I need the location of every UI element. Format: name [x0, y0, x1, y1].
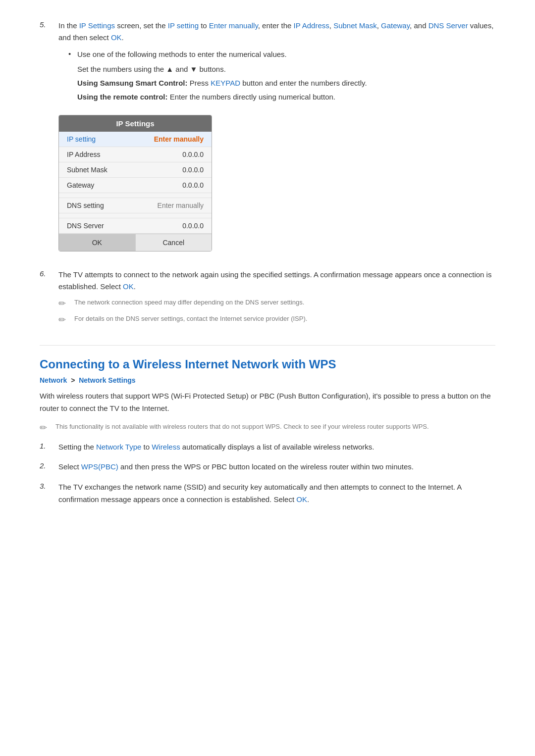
step5-text1: In the	[58, 21, 79, 30]
step5-text5: ,	[329, 21, 333, 30]
ip-settings-dialog: IP Settings IP setting Enter manually IP…	[58, 115, 212, 252]
dialog-buttons: OK Cancel	[59, 234, 212, 251]
step5-gateway-link[interactable]: Gateway	[381, 21, 410, 30]
wps-section-heading: Connecting to a Wireless Internet Networ…	[40, 357, 495, 371]
step5-indent2: Using Samsung Smart Control: Press KEYPA…	[77, 77, 495, 89]
step5-bullet-item: • Use one of the following methods to en…	[68, 49, 495, 60]
step5-ip-settings-link[interactable]: IP Settings	[79, 21, 115, 30]
dialog-row-ip-setting[interactable]: IP setting Enter manually	[59, 132, 212, 147]
breadcrumb-arrow: >	[71, 376, 75, 384]
dialog-row-dns-server-value: 0.0.0.0	[182, 222, 204, 230]
wps-note-text: This functionality is not available with…	[55, 422, 429, 432]
dialog-title: IP Settings	[59, 115, 212, 132]
wps-step1-text3: automatically displays a list of availab…	[180, 443, 374, 451]
note-1-text: The network connection speed may differ …	[74, 298, 304, 307]
wps-step-1-num: 1.	[40, 441, 58, 454]
dialog-row-gateway[interactable]: Gateway 0.0.0.0	[59, 178, 212, 193]
dialog-row-gateway-label: Gateway	[67, 181, 94, 189]
step5-text6: ,	[377, 21, 381, 30]
wps-body-paragraph: With wireless routers that support WPS (…	[40, 390, 495, 415]
step-6-num: 6.	[40, 269, 58, 278]
dialog-ok-button[interactable]: OK	[59, 234, 136, 251]
pencil-icon-1: ✏	[58, 298, 69, 309]
step5-indent2-end: button and enter the numbers directly.	[240, 79, 367, 87]
step5-text2: screen, set the	[115, 21, 168, 30]
step5-subnet-mask-link[interactable]: Subnet Mask	[333, 21, 377, 30]
step-6-content: The TV attempts to connect to the networ…	[58, 269, 495, 330]
dialog-body: IP setting Enter manually IP Address 0.0…	[59, 132, 212, 251]
wps-step-2: 2. Select WPS(PBC) and then press the WP…	[40, 461, 495, 473]
wps-step1-text2: to	[141, 443, 152, 451]
breadcrumb: Network > Network Settings	[40, 376, 495, 384]
wps-step1-wireless-link[interactable]: Wireless	[152, 443, 180, 451]
wps-step-1: 1. Setting the Network Type to Wireless …	[40, 441, 495, 454]
wps-note: ✏ This functionality is not available wi…	[40, 422, 495, 433]
wps-step-3: 3. The TV exchanges the network name (SS…	[40, 481, 495, 506]
dialog-row-gateway-value: 0.0.0.0	[182, 181, 204, 189]
step5-enter-manually-link[interactable]: Enter manually	[209, 21, 258, 30]
dialog-row-subnet-mask-value: 0.0.0.0	[182, 166, 204, 174]
step5-dns-server-link[interactable]: DNS Server	[428, 21, 468, 30]
wps-step-3-num: 3.	[40, 481, 58, 506]
step5-indent-block: Set the numbers using the ▲ and ▼ button…	[77, 63, 495, 103]
wps-step-3-content: The TV exchanges the network name (SSID)…	[58, 481, 495, 506]
dialog-cancel-button[interactable]: Cancel	[136, 234, 212, 251]
wps-step3-text2: .	[307, 495, 309, 504]
step-5-block: 5. In the IP Settings screen, set the IP…	[40, 20, 495, 260]
step5-text9: .	[122, 33, 124, 42]
step-5-num: 5.	[40, 20, 58, 29]
wps-step3-text1: The TV exchanges the network name (SSID)…	[58, 483, 462, 504]
step5-ok-link[interactable]: OK	[111, 33, 122, 42]
wps-step-2-content: Select WPS(PBC) and then press the WPS o…	[58, 461, 495, 473]
note-1: ✏ The network connection speed may diffe…	[58, 298, 495, 309]
dialog-row-dns-setting[interactable]: DNS setting Enter manually	[59, 198, 212, 213]
dialog-row-ip-address-value: 0.0.0.0	[182, 151, 204, 158]
breadcrumb-part1[interactable]: Network	[40, 376, 67, 384]
step-5-text: In the IP Settings screen, set the IP se…	[58, 20, 495, 44]
step6-ok-link[interactable]: OK	[123, 282, 134, 291]
dialog-row-dns-setting-value: Enter manually	[158, 202, 204, 209]
dialog-row-subnet-mask[interactable]: Subnet Mask 0.0.0.0	[59, 162, 212, 178]
breadcrumb-part2[interactable]: Network Settings	[79, 376, 135, 384]
step5-indent1: Set the numbers using the ▲ and ▼ button…	[77, 63, 495, 75]
step5-bullet-text: Use one of the following methods to ente…	[77, 49, 287, 60]
dialog-row-dns-setting-label: DNS setting	[67, 202, 104, 209]
step5-text3: to	[199, 21, 209, 30]
step5-text4: , enter the	[258, 21, 294, 30]
step5-keypad-link[interactable]: KEYPAD	[211, 79, 240, 87]
dialog-row-ip-setting-label: IP setting	[67, 135, 96, 143]
step5-indent2-rest: Press	[188, 79, 211, 87]
note-2: ✏ For details on the DNS server settings…	[58, 314, 495, 325]
step5-indent3-rest: Enter the numbers directly using numeric…	[168, 93, 336, 101]
step5-remote-label: Using the remote control:	[77, 93, 168, 101]
wps-step2-text1: Select	[58, 462, 81, 471]
step5-ip-address-link[interactable]: IP Address	[294, 21, 329, 30]
step-6-block: 6. The TV attempts to connect to the net…	[40, 269, 495, 330]
step6-text-end: .	[134, 282, 136, 291]
pencil-icon-wps: ✏	[40, 422, 51, 433]
wps-step2-wps-link[interactable]: WPS(PBC)	[81, 462, 118, 471]
dialog-separator	[59, 193, 212, 198]
dialog-row-dns-server[interactable]: DNS Server 0.0.0.0	[59, 218, 212, 234]
step-5-content: In the IP Settings screen, set the IP se…	[58, 20, 495, 260]
step5-ip-setting-link[interactable]: IP setting	[168, 21, 199, 30]
wps-step1-text1: Setting the	[58, 443, 96, 451]
bullet-dot: •	[68, 50, 77, 58]
wps-step1-network-type-link[interactable]: Network Type	[96, 443, 141, 451]
step5-indent3: Using the remote control: Enter the numb…	[77, 91, 495, 103]
wps-step-1-content: Setting the Network Type to Wireless aut…	[58, 441, 495, 454]
wps-step3-ok-link[interactable]: OK	[296, 495, 307, 504]
dialog-row-subnet-mask-label: Subnet Mask	[67, 166, 107, 174]
dialog-row-ip-address-label: IP Address	[67, 151, 100, 158]
step-6-text: The TV attempts to connect to the networ…	[58, 269, 495, 293]
wps-section: Connecting to a Wireless Internet Networ…	[40, 357, 495, 506]
pencil-icon-2: ✏	[58, 314, 69, 325]
dialog-separator-2	[59, 213, 212, 218]
dialog-row-ip-address[interactable]: IP Address 0.0.0.0	[59, 147, 212, 162]
wps-step-2-num: 2.	[40, 461, 58, 473]
dialog-row-ip-setting-value: Enter manually	[154, 135, 204, 143]
step5-samsung-label: Using Samsung Smart Control:	[77, 79, 188, 87]
wps-step2-text2: and then press the WPS or PBC button loc…	[118, 462, 414, 471]
step5-bullet-block: • Use one of the following methods to en…	[68, 49, 495, 103]
dialog-row-dns-server-label: DNS Server	[67, 222, 104, 230]
